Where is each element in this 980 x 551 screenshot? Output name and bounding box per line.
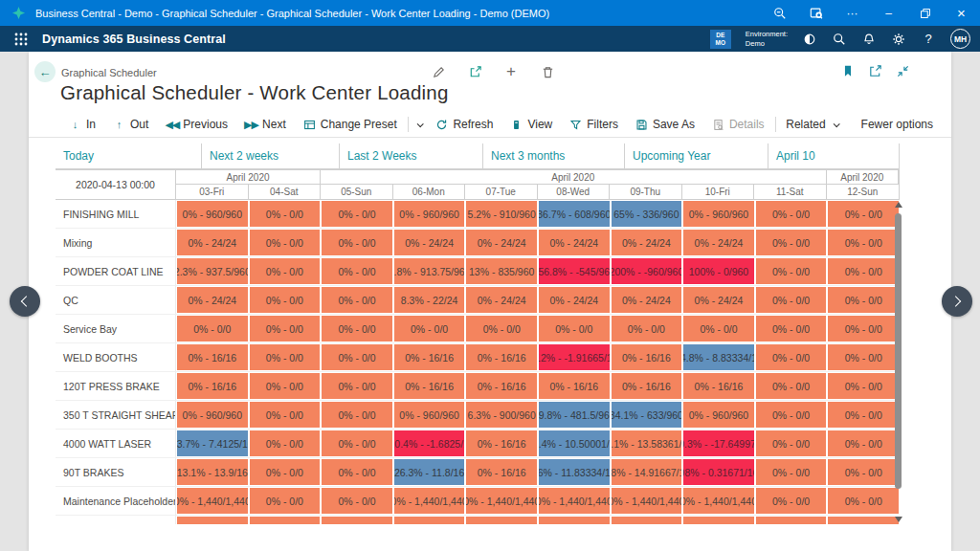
scroll-left-button[interactable] (10, 286, 40, 317)
load-cell[interactable]: 0% - 0/0 (683, 316, 754, 342)
contrast-circle-icon[interactable] (802, 32, 817, 47)
load-cell[interactable] (539, 517, 610, 524)
load-cell[interactable]: 0% - 0/0 (828, 230, 899, 255)
load-cell[interactable]: 0% - 960/960 (394, 201, 465, 227)
load-cell[interactable]: 100% - 0/960 (683, 258, 754, 284)
load-cell[interactable]: 0% - 0/0 (322, 316, 392, 342)
scroll-up-arrow-icon[interactable] (895, 202, 902, 208)
load-cell[interactable]: 0% - 0/0 (756, 402, 827, 428)
vertical-scrollbar[interactable] (893, 200, 904, 524)
load-cell[interactable] (177, 517, 248, 524)
load-cell[interactable]: 0% - 0/0 (756, 316, 827, 342)
load-cell[interactable]: 0% - 16/16 (466, 373, 537, 399)
load-cell[interactable]: 0% - 24/24 (177, 230, 248, 255)
load-cell[interactable]: 0% - 16/16 (612, 344, 682, 370)
load-cell[interactable]: 0% - 24/24 (539, 230, 610, 255)
preset-tab-last-2-weeks[interactable]: Last 2 Weeks (340, 143, 483, 168)
load-cell[interactable]: 0% - 24/24 (683, 230, 754, 255)
load-cell[interactable]: 0% - 0/0 (250, 373, 321, 399)
load-cell[interactable]: 34.1% - 633/960 (612, 402, 682, 428)
load-cell[interactable]: 210.3% - -17.64997/16 (683, 430, 754, 456)
notifications-bell-icon[interactable] (861, 32, 877, 47)
load-cell[interactable]: 0% - 0/0 (828, 430, 899, 456)
load-cell[interactable]: 0% - 0/0 (828, 287, 899, 313)
load-cell[interactable]: 0% - 0/0 (828, 201, 899, 227)
load-cell[interactable]: 0% - 1,440/1,440 (539, 488, 610, 514)
load-cell[interactable]: 0% - 0/0 (322, 488, 392, 514)
load-cell[interactable]: 0% - 0/0 (322, 344, 392, 370)
load-cell[interactable]: 0% - 16/16 (394, 373, 465, 399)
open-in-window-icon[interactable] (867, 63, 883, 79)
fewer-options-button[interactable]: Fewer options (853, 118, 942, 131)
load-cell[interactable]: 0% - 16/16 (177, 344, 248, 370)
collapse-diagonal-icon[interactable] (895, 63, 911, 79)
preset-tab-today[interactable]: Today (56, 143, 202, 168)
load-cell[interactable]: 110.4% - -1.6825/16 (394, 430, 465, 456)
load-cell[interactable]: 0% - 16/16 (466, 430, 537, 456)
load-cell[interactable]: 53.7% - 7.4125/16 (177, 430, 248, 456)
delete-trash-icon[interactable] (540, 63, 555, 80)
view-button[interactable]: View (501, 118, 561, 131)
load-cell[interactable]: 0% - 0/0 (394, 316, 465, 342)
load-cell[interactable]: 0% - 0/0 (250, 344, 321, 370)
zoom-in-button[interactable]: ↓ In (60, 118, 104, 131)
load-cell[interactable]: 0% - 0/0 (756, 201, 827, 227)
load-cell[interactable]: 0% - 0/0 (250, 316, 321, 342)
load-cell[interactable]: 0% - 0/0 (756, 488, 827, 514)
load-cell[interactable]: 0% - 0/0 (250, 258, 321, 284)
load-cell[interactable]: 0% - 0/0 (322, 373, 392, 399)
load-cell[interactable]: 0% - 0/0 (828, 488, 899, 514)
window-search-icon[interactable] (809, 6, 823, 20)
load-cell[interactable]: 0% - 24/24 (466, 287, 537, 313)
load-cell[interactable]: 0% - 0/0 (322, 258, 392, 284)
scroll-down-arrow-icon[interactable] (895, 517, 902, 522)
filters-button[interactable]: Filters (561, 118, 627, 131)
restore-icon[interactable] (918, 6, 932, 20)
load-cell[interactable]: 0% - 0/0 (612, 316, 682, 342)
load-cell[interactable]: 0% - 16/16 (466, 459, 537, 485)
load-cell[interactable]: 156.8% - -545/960 (539, 258, 610, 284)
load-cell[interactable]: 0% - 0/0 (250, 201, 321, 227)
load-cell[interactable]: 6.8% - 14.91667/16 (612, 459, 682, 485)
change-preset-button[interactable]: Change Preset (295, 118, 406, 131)
load-cell[interactable]: 0% - 0/0 (250, 488, 321, 514)
load-cell[interactable]: 0% - 1,440/1,440 (177, 488, 248, 514)
scroll-right-button[interactable] (942, 286, 972, 317)
back-button[interactable]: ← (34, 61, 56, 82)
add-icon[interactable]: + (503, 63, 519, 80)
load-cell[interactable]: 0% - 0/0 (322, 201, 392, 227)
refresh-button[interactable]: Refresh (427, 118, 501, 131)
load-cell[interactable]: 0% - 0/0 (322, 430, 392, 456)
load-cell[interactable]: 0% - 16/16 (683, 373, 754, 399)
app-launcher-icon[interactable] (13, 32, 29, 47)
load-cell[interactable]: 0% - 0/0 (322, 459, 392, 485)
load-cell[interactable]: 0% - 0/0 (828, 459, 899, 485)
load-cell[interactable] (250, 517, 321, 524)
load-cell[interactable]: 0% - 0/0 (250, 459, 321, 485)
load-cell[interactable] (612, 517, 682, 524)
load-cell[interactable] (828, 517, 899, 524)
load-cell[interactable]: 49.8% - 481.5/960 (539, 402, 610, 428)
load-cell[interactable]: 0% - 24/24 (612, 230, 682, 255)
load-cell[interactable]: 0% - 16/16 (612, 373, 682, 399)
save-as-button[interactable]: Save As (627, 118, 703, 131)
load-cell[interactable]: 0% - 0/0 (756, 344, 827, 370)
load-cell[interactable]: 6.3% - 900/960 (466, 402, 537, 428)
load-cell[interactable]: 5.2% - 910/960 (466, 201, 537, 227)
load-cell[interactable]: 0% - 0/0 (828, 316, 899, 342)
related-menu[interactable]: Related (777, 118, 846, 131)
details-button[interactable]: Details (703, 118, 773, 131)
load-cell[interactable]: 0% - 0/0 (756, 459, 827, 485)
load-cell[interactable]: 0% - 24/24 (394, 230, 465, 255)
load-cell[interactable]: 36.7% - 608/960 (539, 201, 610, 227)
more-icon[interactable]: ··· (845, 6, 859, 20)
load-cell[interactable]: 0% - 24/24 (539, 287, 610, 313)
change-preset-dropdown[interactable] (410, 122, 427, 127)
load-cell[interactable]: 0% - 24/24 (177, 287, 248, 313)
load-cell[interactable]: 0% - 0/0 (322, 230, 392, 255)
load-cell[interactable]: 0% - 0/0 (250, 430, 321, 456)
load-cell[interactable]: 0% - 0/0 (756, 287, 827, 313)
load-cell[interactable]: 98% - 0.31671/16 (683, 459, 754, 485)
load-cell[interactable]: 34.4% - 10.50001/16 (539, 430, 610, 456)
load-cell[interactable]: 0% - 0/0 (322, 287, 392, 313)
